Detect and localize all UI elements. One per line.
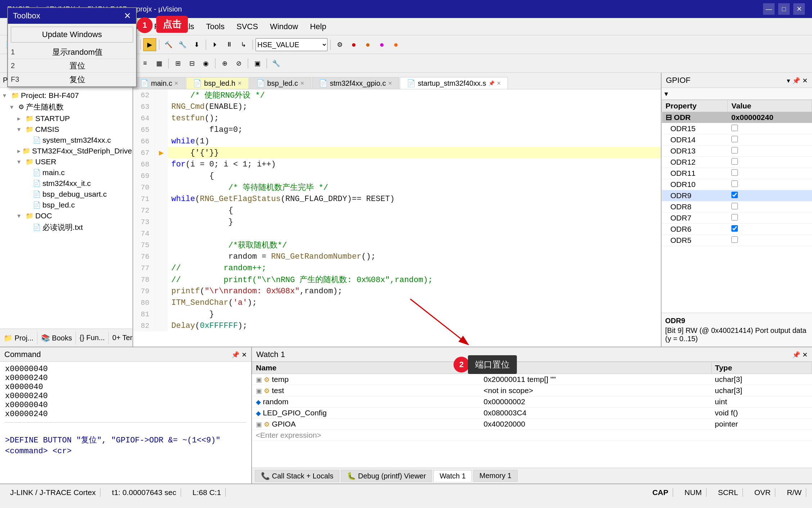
tab-bsp-led-h[interactable]: 📄 bsp_led.h ✕ xyxy=(186,77,248,89)
odr11-checkbox[interactable] xyxy=(731,169,738,176)
footer-tab-fun[interactable]: {} Fun... xyxy=(76,331,109,344)
gpiof-dropdown-bar[interactable]: ▾ xyxy=(662,88,812,100)
tree-user[interactable]: ▾ 📁 USER xyxy=(0,156,132,167)
odr12-checkbox[interactable] xyxy=(731,158,738,165)
watch-pin[interactable]: 📌 xyxy=(792,351,800,359)
odr8-checkbox[interactable] xyxy=(731,203,738,209)
tree-usart-c[interactable]: 📄 bsp_debug_usart.c xyxy=(0,189,132,200)
tree-cmsis[interactable]: ▾ 📁 CMSIS xyxy=(0,124,132,135)
tree-doc[interactable]: ▾ 📁 DOC xyxy=(0,210,132,221)
toolbar-sep-4 xyxy=(159,40,159,50)
tb-settings[interactable]: ⚙ xyxy=(333,38,346,51)
tab-startup[interactable]: 📄 startup_stm32f40xx.s 📌 ✕ xyxy=(400,77,508,89)
tab-gpio[interactable]: 📄 stm32f4xx_gpio.c ✕ xyxy=(312,77,399,89)
tb-stop[interactable]: ⏸ xyxy=(223,38,236,51)
tb-orange2-circle[interactable]: ● xyxy=(389,38,402,51)
close-button[interactable]: ✕ xyxy=(793,3,805,15)
tree-startup[interactable]: ▸ 📁 STARTUP xyxy=(0,113,132,124)
tree-random-gen[interactable]: ▾ ⚙ 产生随机数 xyxy=(0,101,132,113)
tab-watch-1[interactable]: Watch 1 xyxy=(433,470,472,482)
temp-expand-icon[interactable]: ▣ xyxy=(256,376,262,383)
tree-main-c[interactable]: 📄 main.c xyxy=(0,167,132,178)
tb2-extra4[interactable]: ⊕ xyxy=(218,57,231,70)
tb-step[interactable]: ↳ xyxy=(237,38,250,51)
tb2-extra2[interactable]: ⊟ xyxy=(185,57,198,70)
tree-project-root[interactable]: ▾ 📁 Project: BH-F407 xyxy=(0,90,132,101)
code-content[interactable]: 62 /* 使能RNG外设 */ 63 RNG_Cmd(ENABLE); 64 … xyxy=(133,89,661,347)
menu-svcs[interactable]: SVCS xyxy=(231,20,263,33)
tb2-extra6[interactable]: ▣ xyxy=(251,57,264,70)
tb2-cmd4[interactable]: ≡ xyxy=(139,57,152,70)
watch-close[interactable]: ✕ xyxy=(802,351,808,359)
toolbox-row-2[interactable]: 2 置位 xyxy=(8,59,136,73)
odr15-checkbox[interactable] xyxy=(731,125,738,131)
tab-bsp-led-c-close[interactable]: ✕ xyxy=(300,80,304,86)
update-windows-button[interactable]: Update Windows xyxy=(11,27,133,43)
tab-bsp-led-c-label: 📄 bsp_led.c xyxy=(256,79,298,88)
odr13-checkbox[interactable] xyxy=(731,147,738,153)
tb2-extra1[interactable]: ⊞ xyxy=(171,57,184,70)
odr5-checkbox[interactable] xyxy=(731,236,738,243)
toolbox-row-3[interactable]: F3 复位 xyxy=(8,73,136,86)
command-output[interactable]: x00000040 x00000240 x0000040 x00000240 x… xyxy=(0,362,251,484)
tree-system-file[interactable]: 📄 system_stm32f4xx.c xyxy=(0,135,132,146)
minimize-button[interactable]: — xyxy=(763,3,775,15)
tab-gpio-close[interactable]: ✕ xyxy=(388,80,392,86)
maximize-button[interactable]: □ xyxy=(778,3,790,15)
tb2-mem[interactable]: ▦ xyxy=(153,57,166,70)
tb-red-circle[interactable]: ● xyxy=(347,38,360,51)
odr14-checkbox[interactable] xyxy=(731,136,738,142)
tb2-extra3[interactable]: ◉ xyxy=(199,57,212,70)
tb-orange-circle[interactable]: ● xyxy=(361,38,374,51)
tab-main-c[interactable]: 📄 main.c ✕ xyxy=(133,77,185,89)
tab-main-c-close[interactable]: ✕ xyxy=(174,80,179,86)
test-expand-icon[interactable]: ▣ xyxy=(256,387,262,395)
footer-tab-books[interactable]: 📚 Books xyxy=(37,331,76,344)
tree-readme[interactable]: 📄 必读说明.txt xyxy=(0,221,132,233)
tree-stdperiph[interactable]: ▸ 📁 STM32F4xx_StdPeriph_Driver xyxy=(0,146,132,156)
tab-memory-1[interactable]: Memory 1 xyxy=(473,470,518,482)
tb-run[interactable]: ⏵ xyxy=(209,38,222,51)
code-line-73: 73 } xyxy=(133,216,661,228)
gpiof-info-title: ODR9 xyxy=(665,317,808,325)
odr10-checkbox[interactable] xyxy=(731,181,738,187)
tb-build[interactable]: 🔨 xyxy=(162,38,175,51)
tab-debug-printf[interactable]: 🐛 Debug (printf) Viewer xyxy=(341,470,432,482)
prop-row-odr11: ODR11 xyxy=(662,168,812,179)
tb-rebuild[interactable]: 🔧 xyxy=(176,38,189,51)
tree-it-c[interactable]: 📄 stm32f4xx_it.c xyxy=(0,178,132,189)
tb-pink-circle[interactable]: ● xyxy=(375,38,388,51)
prop-row-odr10: ODR10 xyxy=(662,179,812,190)
tab-call-stack[interactable]: 📞 Call Stack + Locals xyxy=(255,470,339,482)
gpioa-expand-icon[interactable]: ▣ xyxy=(256,421,262,428)
odr6-checkbox[interactable] xyxy=(731,225,738,232)
toolbox-row-1[interactable]: 1 显示random值 xyxy=(8,45,136,59)
command-close[interactable]: ✕ xyxy=(242,351,247,359)
tab-startup-close[interactable]: ✕ xyxy=(497,80,501,86)
target-selector[interactable]: HSE_VALUE xyxy=(256,38,328,51)
gpiof-close[interactable]: ✕ xyxy=(802,77,808,85)
footer-tab-proj[interactable]: 📁 Proj... xyxy=(0,331,37,344)
footer-tab-tem[interactable]: 0+ Tem... xyxy=(109,331,132,344)
tb-download[interactable]: ⬇ xyxy=(190,38,203,51)
watch-row-enter[interactable]: <Enter expression> xyxy=(252,430,812,441)
odr7-checkbox[interactable] xyxy=(731,214,738,220)
status-scrl: SCRL xyxy=(714,488,743,497)
gpiof-panel-header: GPIOF ▾ 📌 ✕ xyxy=(662,73,812,88)
random-value: 0x00000002 xyxy=(480,396,712,407)
menu-help[interactable]: Help xyxy=(305,20,331,33)
odr9-checkbox[interactable] xyxy=(731,192,738,198)
menu-tools[interactable]: Tools xyxy=(201,20,230,33)
tb2-wrench[interactable]: 🔧 xyxy=(270,57,283,70)
command-pin[interactable]: 📌 xyxy=(231,351,239,359)
gpiof-dropdown[interactable]: ▾ xyxy=(787,77,790,85)
tab-bsp-led-c[interactable]: 📄 bsp_led.c ✕ xyxy=(249,77,311,89)
gpiof-pin[interactable]: 📌 xyxy=(792,77,800,85)
tree-led-c[interactable]: 📄 bsp_led.c xyxy=(0,200,132,210)
click-label: 点击 xyxy=(156,16,188,33)
menu-window[interactable]: Window xyxy=(265,20,303,33)
toolbox-close-button[interactable]: ✕ xyxy=(124,11,131,21)
tb2-extra5[interactable]: ⊘ xyxy=(232,57,245,70)
tb-debug[interactable]: ▶ xyxy=(143,38,156,51)
tab-bsp-led-h-close[interactable]: ✕ xyxy=(238,80,242,86)
